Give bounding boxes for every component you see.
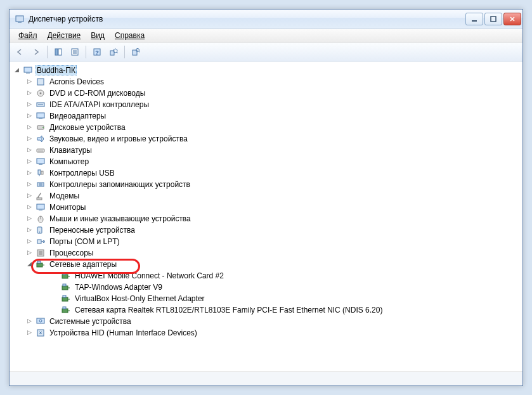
- svg-rect-1: [18, 22, 22, 23]
- category-label[interactable]: DVD и CD-ROM дисководы: [48, 88, 146, 98]
- forward-button[interactable]: [29, 44, 44, 60]
- expand-icon[interactable]: ▷: [26, 318, 33, 325]
- statusbar: [10, 372, 522, 385]
- device-label[interactable]: TAP-Windows Adapter V9: [74, 282, 164, 292]
- expand-icon[interactable]: ▷: [26, 101, 33, 108]
- device-label[interactable]: Сетевая карта Realtek RTL8102E/RTL8103E …: [74, 305, 384, 315]
- expand-icon[interactable]: ▷: [26, 226, 33, 233]
- back-button[interactable]: [12, 44, 27, 60]
- device-tree-panel[interactable]: ◢ Buddha-ПК ▷Acronis Devices▷DVD и CD-RO…: [10, 62, 522, 372]
- tree-category[interactable]: ▷Контроллеры USB: [23, 167, 521, 179]
- help-button[interactable]: ?: [89, 44, 105, 60]
- close-button[interactable]: [503, 13, 521, 25]
- toolbar-separator: [86, 46, 86, 58]
- refresh-button[interactable]: [128, 44, 143, 60]
- expand-icon[interactable]: ▷: [26, 181, 33, 188]
- collapse-icon[interactable]: ◢: [26, 261, 33, 268]
- tree-category[interactable]: ▷IDE ATA/ATAPI контроллеры: [23, 99, 521, 110]
- tree-category[interactable]: ▷DVD и CD-ROM дисководы: [23, 87, 521, 99]
- show-hide-tree-button[interactable]: [51, 44, 66, 60]
- expand-icon[interactable]: ▷: [26, 112, 33, 119]
- menu-view[interactable]: Вид: [86, 30, 110, 41]
- maximize-button[interactable]: [484, 13, 502, 25]
- scan-button[interactable]: [106, 44, 121, 60]
- expand-icon[interactable]: ▷: [26, 169, 33, 176]
- category-label[interactable]: Компьютер: [48, 157, 90, 167]
- menu-help[interactable]: Справка: [110, 30, 150, 41]
- expand-icon[interactable]: ▷: [26, 249, 33, 256]
- collapse-icon[interactable]: ◢: [13, 67, 20, 74]
- svg-rect-3: [491, 16, 496, 22]
- expand-icon[interactable]: ▷: [26, 146, 33, 153]
- tree-category[interactable]: ▷Мыши и иные указывающие устройства: [23, 213, 521, 224]
- tree-device[interactable]: ▷TAP-Windows Adapter V9: [49, 282, 521, 293]
- tree-category[interactable]: ▷Acronis Devices: [23, 76, 521, 87]
- expand-icon[interactable]: ▷: [26, 215, 33, 222]
- menu-action[interactable]: Действие: [42, 30, 86, 41]
- svg-rect-22: [37, 79, 44, 85]
- properties-button[interactable]: [67, 44, 82, 60]
- svg-rect-52: [37, 261, 41, 263]
- category-label[interactable]: Дисковые устройства: [48, 122, 127, 133]
- root-label[interactable]: Buddha-ПК: [36, 65, 77, 75]
- tree-root[interactable]: ◢ Buddha-ПК: [11, 65, 521, 76]
- tree-device[interactable]: ▷Сетевая карта Realtek RTL8102E/RTL8103E…: [49, 304, 521, 316]
- category-label[interactable]: Мыши и иные указывающие устройства: [48, 214, 192, 224]
- svg-rect-50: [39, 251, 42, 255]
- tree-category[interactable]: ▷Переносные устройства: [23, 224, 521, 236]
- device-tree: ◢ Buddha-ПК ▷Acronis Devices▷DVD и CD-RO…: [11, 65, 521, 339]
- category-label[interactable]: Процессоры: [48, 248, 95, 258]
- tree-category[interactable]: ▷Звуковые, видео и игровые устройства: [23, 133, 521, 145]
- device-label[interactable]: VirtualBox Host-Only Ethernet Adapter: [74, 294, 206, 304]
- category-label[interactable]: Системные устройства: [48, 316, 133, 327]
- category-label[interactable]: Сетевые адаптеры: [48, 259, 118, 269]
- category-label[interactable]: Контроллеры USB: [48, 168, 116, 178]
- tree-category[interactable]: ▷Контроллеры запоминающих устройств: [23, 179, 521, 190]
- expand-icon[interactable]: ▷: [26, 135, 33, 142]
- tree-category[interactable]: ▷Устройства HID (Human Interface Devices…: [23, 327, 521, 339]
- tree-category[interactable]: ▷Клавиатуры: [23, 145, 521, 156]
- computer-icon: [23, 65, 33, 75]
- expand-icon[interactable]: ▷: [26, 204, 33, 210]
- expand-icon[interactable]: ▷: [26, 238, 33, 245]
- tree-category[interactable]: ▷Мониторы: [23, 202, 521, 213]
- expand-icon[interactable]: ▷: [26, 329, 33, 336]
- tree-category[interactable]: ◢Сетевые адаптеры: [23, 259, 521, 270]
- device-label[interactable]: HUAWEI Mobile Connect - Network Card #2: [74, 271, 225, 281]
- expand-icon[interactable]: ▷: [26, 158, 33, 165]
- tree-device[interactable]: ▷VirtualBox Host-Only Ethernet Adapter: [49, 293, 521, 304]
- category-label[interactable]: Порты (COM и LPT): [48, 236, 121, 247]
- category-label[interactable]: Клавиатуры: [48, 145, 93, 155]
- minimize-button[interactable]: [465, 13, 483, 25]
- svg-rect-53: [62, 275, 68, 278]
- expand-icon[interactable]: ▷: [26, 192, 33, 199]
- category-label[interactable]: Acronis Devices: [48, 77, 105, 87]
- svg-rect-60: [63, 307, 66, 309]
- svg-point-46: [39, 231, 41, 233]
- category-icon: [36, 122, 46, 133]
- tree-category[interactable]: ▷Системные устройства: [23, 316, 521, 327]
- category-label[interactable]: Переносные устройства: [48, 225, 136, 235]
- menu-file[interactable]: Файл: [13, 30, 42, 41]
- tree-category[interactable]: ▷Компьютер: [23, 156, 521, 167]
- tree-device[interactable]: ▷HUAWEI Mobile Connect - Network Card #2: [49, 270, 521, 282]
- tree-category[interactable]: ▷Дисковые устройства: [23, 122, 521, 133]
- category-label[interactable]: Звуковые, видео и игровые устройства: [48, 134, 189, 144]
- expand-icon[interactable]: ▷: [26, 124, 33, 131]
- svg-rect-56: [63, 284, 66, 286]
- category-label[interactable]: Устройства HID (Human Interface Devices): [48, 328, 198, 338]
- tree-category[interactable]: ▷Процессоры: [23, 247, 521, 259]
- expand-icon[interactable]: ▷: [26, 78, 33, 85]
- category-label[interactable]: Видеоадаптеры: [48, 111, 107, 121]
- tree-category[interactable]: ▷Порты (COM и LPT): [23, 236, 521, 247]
- category-label[interactable]: Модемы: [48, 191, 81, 201]
- category-icon: [36, 236, 46, 247]
- category-label[interactable]: Мониторы: [48, 202, 87, 212]
- category-icon: [36, 179, 46, 190]
- tree-category[interactable]: ▷Модемы: [23, 190, 521, 202]
- tree-category[interactable]: ▷Видеоадаптеры: [23, 110, 521, 122]
- svg-rect-61: [37, 318, 44, 323]
- category-label[interactable]: Контроллеры запоминающих устройств: [48, 179, 191, 190]
- category-label[interactable]: IDE ATA/ATAPI контроллеры: [48, 100, 150, 110]
- expand-icon[interactable]: ▷: [26, 89, 33, 96]
